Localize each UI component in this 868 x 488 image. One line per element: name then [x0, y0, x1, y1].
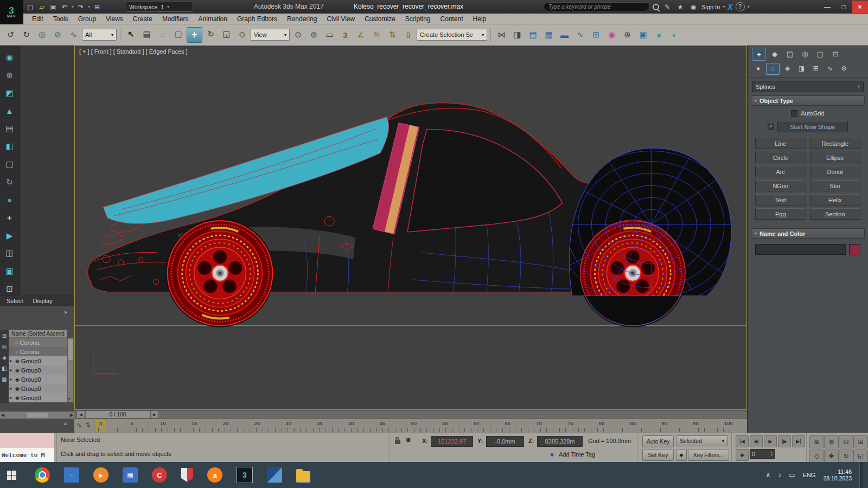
subtab-helpers[interactable]: ⊞ [809, 63, 822, 74]
fov-icon[interactable]: ◇ [809, 450, 824, 463]
render-iterative-icon[interactable]: ◐ [667, 28, 682, 42]
community-pencil-icon[interactable]: ✎ [662, 2, 673, 12]
search-icon[interactable] [653, 4, 659, 10]
undo-quick-icon[interactable]: ↶ [59, 1, 70, 13]
previous-frame-button[interactable]: ◀| [750, 435, 763, 447]
next-frame-button[interactable]: |▶ [778, 435, 791, 447]
window-crossing-icon[interactable]: ▢ [171, 27, 186, 42]
go-to-end-button[interactable]: ▶| [792, 435, 805, 447]
taskbar-clock[interactable]: 11:46 28.10.2023 [823, 468, 852, 481]
set-key-button[interactable]: Set Key [642, 449, 674, 461]
shape-button[interactable]: Rectangle [810, 138, 861, 149]
schematic-view-icon[interactable]: ⊞ [589, 28, 603, 42]
angle-snap-icon[interactable]: ∠ [354, 28, 368, 42]
zoom-extents-icon[interactable]: ⊡ [839, 435, 853, 448]
open-folder-icon[interactable]: ▱ [36, 1, 47, 13]
select-placement-icon[interactable]: ◇ [235, 27, 250, 42]
select-scale-icon[interactable]: ◱ [219, 27, 234, 42]
maximize-button[interactable]: □ [835, 1, 852, 13]
shape-button[interactable]: Donut [810, 166, 861, 177]
explorer-horizontal-scrollbar[interactable]: ◀ ▶ [0, 412, 74, 419]
play-button[interactable]: ▶ [764, 435, 777, 447]
loop-tool-icon[interactable]: ↻ [3, 176, 16, 189]
expander-icon[interactable]: ▸ [10, 386, 14, 391]
scene-explorer-row[interactable]: ▸ ◉ Group0 [9, 393, 67, 402]
spinner-down-icon[interactable]: ▾ [771, 454, 773, 457]
show-desktop-button[interactable] [859, 462, 863, 488]
auto-key-button[interactable]: Auto Key [642, 435, 674, 447]
y-coordinate-field[interactable]: -0,0mm [486, 436, 524, 447]
object-type-rollout[interactable]: ▾ Object Type [751, 95, 865, 106]
file-explorer-icon[interactable] [296, 471, 310, 481]
shape-button[interactable]: Star [810, 180, 861, 191]
settings-tool-icon[interactable]: ⊛ [3, 69, 16, 82]
subtab-lights[interactable]: ◈ [781, 63, 794, 74]
tab-utilities[interactable]: ⊡ [829, 48, 842, 60]
chevrons-left-icon[interactable]: « [64, 421, 67, 427]
explorer-filter-shapes-icon[interactable]: ◎ [2, 344, 7, 350]
redo-icon[interactable]: ↻ [19, 28, 34, 42]
sign-in-button[interactable]: Sign In [701, 4, 720, 10]
shield-app-icon[interactable] [181, 468, 193, 482]
expander-icon[interactable]: ▸ [10, 377, 14, 382]
object-color-swatch[interactable] [849, 244, 860, 255]
menu-item[interactable]: Views [101, 14, 128, 24]
add-time-tag[interactable]: Add Time Tag [559, 451, 595, 458]
key-mode-toggle[interactable]: ◆ [736, 449, 749, 461]
scene-explorer-row[interactable]: ▸ ◉ Group0 [9, 356, 67, 365]
arrow-up-tool-icon[interactable]: ▲ [3, 105, 16, 118]
shape-button[interactable]: NGon [755, 180, 806, 191]
z-coordinate-field[interactable]: 8385,328m [537, 436, 583, 447]
viewport-label[interactable]: [ + ] [ Front ] [ Standard ] [ Edged Fac… [79, 48, 188, 55]
select-object-icon[interactable]: ↖ [124, 27, 138, 42]
named-selection-set-dropdown[interactable]: Create Selection Se▾ [417, 29, 487, 41]
explorer-filter-geometry-icon[interactable]: ⊞ [2, 333, 7, 339]
paint-tool-icon[interactable]: ◧ [3, 140, 16, 153]
menu-item[interactable]: Content [436, 14, 468, 24]
tab-display[interactable]: ▢ [814, 48, 827, 60]
reference-coordinate-dropdown[interactable]: View▾ [251, 29, 290, 41]
pin-tool-icon[interactable]: ◉ [3, 51, 16, 64]
keyboard-override-icon[interactable]: ▭ [322, 28, 337, 42]
scroll-left-icon[interactable]: ◀ [1, 413, 4, 418]
percent-snap-icon[interactable]: % [369, 28, 384, 42]
mirror-icon[interactable]: ⋈ [494, 28, 509, 42]
exchange-store-icon[interactable]: X [727, 3, 732, 11]
select-by-name-icon[interactable]: ▤ [139, 27, 154, 42]
scroll-down-icon[interactable]: ▾ [68, 397, 71, 401]
monitor-tool-icon[interactable]: ▣ [3, 265, 16, 278]
bind-to-space-warp-icon[interactable]: ∿ [66, 28, 81, 42]
undo-icon[interactable]: ↺ [3, 28, 18, 42]
visibility-icon[interactable]: ◉ [15, 358, 20, 364]
material-editor-icon[interactable]: ◉ [604, 28, 619, 42]
menu-item[interactable]: Civil View [322, 14, 360, 24]
explorer-vertical-scrollbar[interactable]: ▾ [67, 338, 74, 402]
list-tool-icon[interactable]: ▤ [3, 122, 16, 135]
render-setup-icon[interactable]: ⊛ [620, 28, 635, 42]
time-slider-handle[interactable]: 0 / 100 [85, 410, 150, 419]
start-button[interactable] [2, 464, 21, 486]
select-and-link-icon[interactable]: ◎ [35, 28, 49, 42]
shape-button[interactable]: Egg [755, 208, 806, 220]
prev-frame-slider-button[interactable]: ◀ [76, 410, 85, 419]
shape-button[interactable]: Line [755, 138, 806, 149]
redo-quick-icon[interactable]: ↷ [75, 1, 86, 13]
shape-button[interactable]: Text [755, 194, 806, 206]
curve-editor-icon[interactable]: ∿ [573, 28, 588, 42]
shape-button[interactable]: Section [810, 208, 861, 220]
utility-tool-icon[interactable]: ⊡ [3, 282, 16, 296]
zoom-icon[interactable]: ⊕ [809, 435, 824, 448]
menu-item[interactable]: Create [128, 14, 157, 24]
key-filters-button[interactable]: Key Filters... [688, 449, 729, 461]
mini-curve-editor-icon[interactable]: ∿ [76, 421, 82, 429]
group-tool-icon[interactable]: ◫ [3, 247, 16, 260]
floppy-app-icon[interactable]: ▫ [64, 467, 79, 483]
shape-button[interactable]: Helix [810, 194, 861, 206]
selection-filter-dropdown[interactable]: All▾ [82, 29, 117, 41]
scene-explorer-toggle-icon[interactable]: ▤ [526, 28, 540, 42]
visibility-icon[interactable]: ◉ [15, 368, 20, 373]
tab-create[interactable]: + [752, 48, 766, 61]
3dsmax-logo[interactable]: 3 MAX [0, 0, 23, 24]
selection-lock-icon[interactable] [395, 440, 400, 444]
viewport-canvas[interactable] [75, 46, 746, 409]
